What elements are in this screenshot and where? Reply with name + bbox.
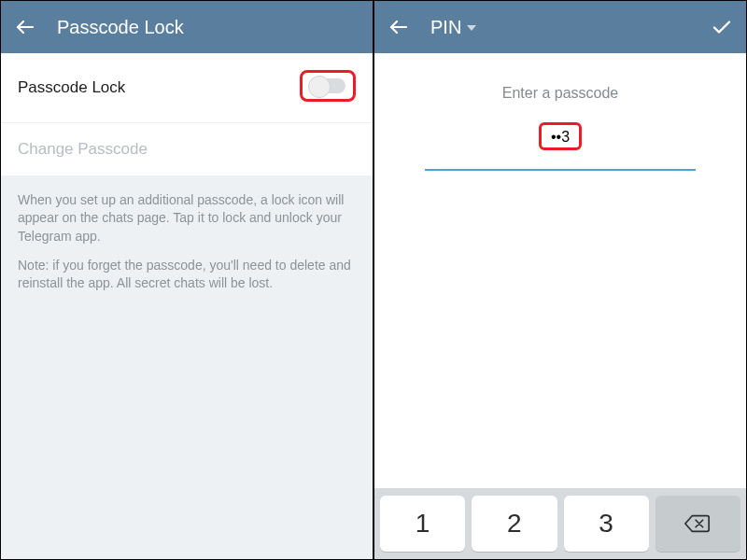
help-paragraph-2: Note: if you forget the passcode, you'll… [18, 257, 356, 293]
passcode-lock-toggle[interactable] [310, 78, 345, 93]
backspace-icon [684, 512, 712, 535]
pin-value: ••3 [551, 129, 570, 145]
key-3[interactable]: 3 [564, 496, 649, 552]
numeric-keypad: 1 2 3 [374, 488, 746, 559]
back-icon[interactable] [388, 16, 410, 38]
toggle-highlight [300, 70, 356, 102]
page-title: Passcode Lock [57, 17, 184, 38]
back-icon[interactable] [14, 16, 36, 38]
change-passcode-row: Change Passcode [1, 123, 373, 176]
passcode-lock-row[interactable]: Passcode Lock [1, 53, 373, 123]
pin-highlight: ••3 [539, 122, 582, 150]
enter-passcode-pane: PIN Enter a passcode ••3 1 2 [373, 1, 746, 559]
header-right: PIN [374, 1, 746, 53]
key-2[interactable]: 2 [472, 496, 557, 552]
chevron-down-icon [467, 25, 476, 31]
pin-input[interactable] [425, 154, 696, 171]
passcode-lock-label: Passcode Lock [18, 78, 125, 97]
confirm-icon[interactable] [711, 16, 733, 38]
passcode-settings-pane: Passcode Lock Passcode Lock Change Passc… [1, 1, 373, 559]
key-1[interactable]: 1 [380, 496, 465, 552]
header-left: Passcode Lock [1, 1, 373, 53]
passcode-type-dropdown[interactable]: PIN [430, 17, 476, 38]
enter-passcode-label: Enter a passcode [502, 85, 619, 102]
help-paragraph-1: When you set up an additional passcode, … [18, 191, 356, 245]
enter-passcode-area: Enter a passcode ••3 [374, 53, 746, 171]
key-backspace[interactable] [655, 496, 740, 552]
help-text: When you set up an additional passcode, … [1, 176, 373, 559]
passcode-type-label: PIN [430, 17, 461, 38]
change-passcode-label: Change Passcode [18, 140, 148, 159]
